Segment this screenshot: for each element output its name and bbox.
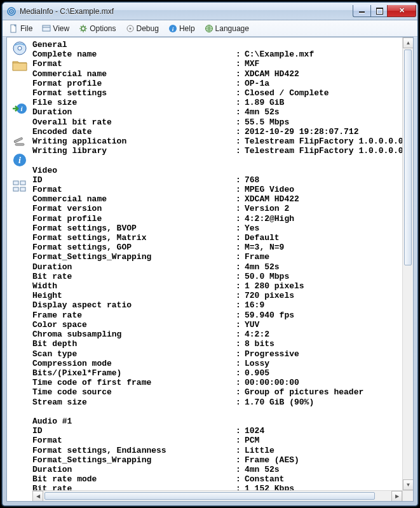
info-sep: : [236, 214, 245, 224]
scroll-down-button[interactable]: ▼ [403, 479, 413, 490]
info-row: Duration: 4mn 52s [32, 262, 413, 272]
info-value: OP-1a [245, 79, 413, 88]
menu-options[interactable]: Options [74, 22, 119, 36]
info-key: Commercial name [32, 194, 236, 204]
info-key: Writing application [32, 137, 236, 146]
info-key: Format [32, 436, 236, 445]
close-button[interactable] [387, 5, 416, 17]
menu-language[interactable]: Language [200, 22, 253, 36]
info-key: Color space [32, 320, 236, 330]
section-header: Audio #1 [32, 417, 413, 426]
spacer-1 [10, 74, 30, 100]
info-sep: : [236, 311, 245, 320]
help-icon: i [168, 23, 178, 34]
info-key: Format profile [32, 214, 236, 224]
disc-icon[interactable] [10, 40, 30, 57]
menu-view[interactable]: View [37, 22, 73, 36]
media-info-text[interactable]: GeneralComplete name: C:\Example.mxfForm… [32, 37, 413, 501]
info-sep: : [236, 387, 245, 397]
info-sep: : [236, 446, 245, 455]
info-sep: : [236, 426, 245, 436]
info-row: Height: 720 pixels [32, 291, 413, 300]
info-value: XDCAM HD422 [245, 69, 413, 79]
vertical-scrollbar[interactable]: ▲ ▼ [402, 37, 413, 490]
info-value: 55.5 Mbps [245, 117, 413, 127]
info-key: File size [32, 98, 236, 107]
info-row: Time code of first frame: 00:00:00:00 [32, 378, 413, 387]
svg-point-2 [11, 11, 12, 12]
scroll-thumb-h[interactable] [44, 492, 375, 500]
horizontal-scrollbar[interactable]: ◀ ▶ [32, 490, 402, 501]
info-key: Encoded date [32, 127, 236, 137]
language-icon [204, 23, 214, 34]
info-row: Format: MXF [32, 59, 413, 69]
svg-rect-5 [43, 25, 50, 31]
maximize-button[interactable] [370, 5, 387, 17]
info-row: Complete name: C:\Example.mxf [32, 50, 413, 59]
info-key: Bit rate mode [32, 474, 236, 484]
info-key: Format settings [32, 88, 236, 98]
menu-language-label: Language [215, 24, 249, 33]
info-sep: : [236, 339, 245, 349]
scroll-left-button[interactable]: ◀ [32, 491, 43, 501]
info-sep: : [236, 59, 245, 69]
menu-debug[interactable]: Debug [121, 22, 163, 36]
info-value: PCM [245, 436, 413, 445]
info-icon[interactable]: i [10, 152, 30, 168]
info-key: Bits/(Pixel*Frame) [32, 368, 236, 378]
info-value: Default [245, 233, 413, 243]
scroll-track-v[interactable] [403, 48, 413, 479]
info-value: M=3, N=9 [245, 243, 413, 252]
info-sep: : [236, 233, 245, 243]
info-value: 50.0 Mbps [245, 272, 413, 281]
info-key: Format settings, GOP [32, 243, 236, 252]
info-value: Closed / Complete [245, 88, 413, 98]
info-key: Format profile [32, 79, 236, 88]
menu-file[interactable]: File [5, 22, 36, 36]
info-row: Stream size: 1.70 GiB (90%) [32, 398, 413, 407]
minimize-button[interactable] [353, 5, 370, 17]
info-row: Encoded date: 2012-10-29 19:28:07.712 [32, 127, 413, 137]
svg-rect-21 [13, 181, 18, 185]
info-key: Bit depth [32, 339, 236, 349]
info-sep: : [236, 117, 245, 127]
scroll-corner [402, 490, 413, 501]
window-title: MediaInfo - C:\Example.mxf [20, 7, 353, 16]
info-sep: : [236, 291, 245, 300]
info-value: YUV [245, 320, 413, 330]
scroll-right-button[interactable]: ▶ [391, 491, 402, 501]
info-sep: : [236, 349, 245, 359]
info-sep: : [236, 88, 245, 98]
scroll-track-h[interactable] [43, 491, 391, 501]
scroll-up-button[interactable]: ▲ [403, 37, 413, 48]
info-row: Commercial name: XDCAM HD422 [32, 69, 413, 79]
export-icon[interactable]: i [10, 100, 30, 117]
info-value: 1.70 GiB (90%) [245, 398, 413, 407]
menu-file-label: File [20, 24, 32, 33]
info-row: Format_Settings_Wrapping: Frame (AES) [32, 455, 413, 465]
info-row: Overall bit rate: 55.5 Mbps [32, 117, 413, 127]
tree-icon[interactable] [10, 178, 30, 195]
info-sep: : [236, 281, 245, 291]
info-sep: : [236, 224, 245, 233]
info-row: Compression mode: Lossy [32, 359, 413, 368]
info-key: Time code of first frame [32, 378, 236, 387]
info-row: Writing application: Telestream FlipFact… [32, 137, 413, 146]
menu-help[interactable]: i Help [164, 22, 199, 36]
scroll-thumb-v[interactable] [404, 50, 412, 265]
info-sep: : [236, 368, 245, 378]
info-row: Display aspect ratio: 16:9 [32, 300, 413, 310]
info-key: Bit rate [32, 272, 236, 281]
info-row: Frame rate: 59.940 fps [32, 311, 413, 320]
titlebar[interactable]: MediaInfo - C:\Example.mxf [3, 3, 417, 20]
folder-icon[interactable] [10, 57, 30, 74]
info-key: Commercial name [32, 69, 236, 79]
info-sep: : [236, 330, 245, 339]
info-value: Telestream FlipFactory 1.0.0.0.0 [245, 137, 413, 146]
sidebar: i i [7, 37, 32, 501]
info-sep: : [236, 127, 245, 137]
info-row: Duration: 4mn 52s [32, 465, 413, 474]
info-row: Bit rate: 50.0 Mbps [32, 272, 413, 281]
info-row: Format: MPEG Video [32, 185, 413, 194]
settings-icon[interactable] [10, 135, 30, 151]
